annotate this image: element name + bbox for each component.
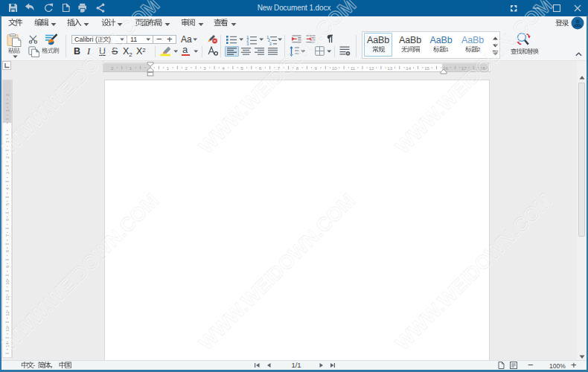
svg-text:WWW.WEIDOWN.COM: WWW.WEIDOWN.COM: [195, 190, 360, 355]
svg-text:WWW.WEIDOWN.COM: WWW.WEIDOWN.COM: [0, 0, 164, 158]
svg-text:WWW.WEIDOWN.COM: WWW.WEIDOWN.COM: [392, 190, 557, 355]
svg-text:WWW.WEIDOWN.COM: WWW.WEIDOWN.COM: [392, 0, 557, 158]
svg-text:WWW.WEIDOWN.COM: WWW.WEIDOWN.COM: [0, 190, 164, 355]
svg-text:WWW.WEIDOWN.COM: WWW.WEIDOWN.COM: [195, 0, 360, 158]
